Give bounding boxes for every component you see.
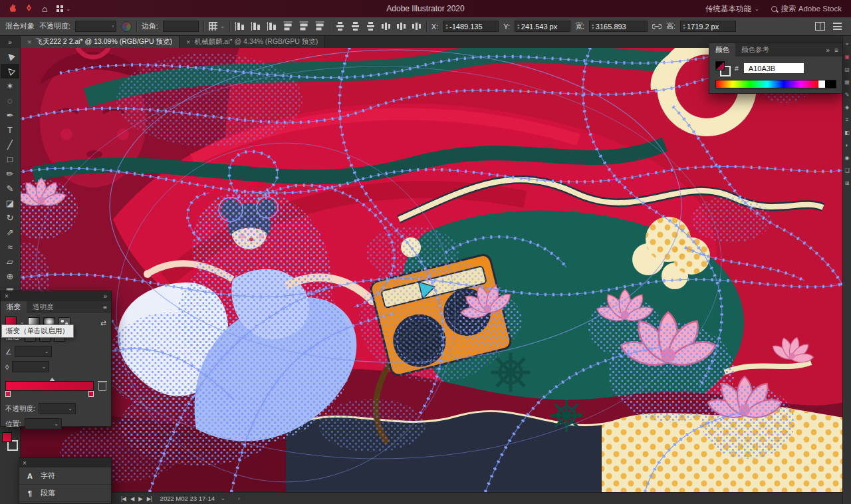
pencil-tool[interactable]: ✎	[1, 181, 19, 195]
gradient-midpoint-handle[interactable]	[50, 378, 55, 381]
transparency-tab[interactable]: 透明度	[27, 301, 60, 313]
aspect-ratio-field[interactable]: ⌄	[12, 361, 49, 372]
paintbrush-tool[interactable]: ✏	[1, 166, 19, 181]
stock-search[interactable]: 搜索 Adobe Stock	[771, 4, 842, 14]
toolbar-collapse-icon[interactable]: »	[0, 36, 21, 48]
arrange-documents-icon[interactable]	[815, 22, 825, 31]
white-swatch[interactable]	[818, 80, 825, 88]
gradient-stop-left[interactable]	[5, 391, 11, 397]
color-tab[interactable]: 颜色	[709, 43, 735, 57]
color-guide-panel-icon[interactable]: ▤	[844, 66, 850, 72]
symbols-panel-icon[interactable]: ◈	[844, 104, 850, 110]
status-chevron-icon[interactable]: ⌄	[221, 495, 225, 501]
stop-position-field[interactable]: ⌄	[25, 418, 62, 430]
pen-tool[interactable]: ✒	[1, 108, 19, 122]
fill-stroke-indicator[interactable]	[715, 61, 729, 75]
magic-wand-tool[interactable]: ✶	[1, 78, 19, 93]
align-h-center-icon[interactable]	[251, 22, 261, 31]
gradient-slider[interactable]	[5, 381, 94, 391]
align-top-icon[interactable]	[283, 21, 292, 32]
lasso-tool[interactable]: ◌	[1, 93, 19, 108]
align-right-icon[interactable]	[267, 22, 277, 31]
distribute-right-icon[interactable]	[412, 22, 422, 31]
y-field[interactable]: ▴▾241.543 px	[515, 21, 570, 32]
collapse-panels-icon[interactable]: «	[844, 41, 850, 47]
stepper-icon[interactable]: ▴▾	[683, 23, 685, 30]
status-text[interactable]: 2022 M02 23 17-14	[160, 495, 215, 502]
gradient-angle-field[interactable]: ⌄	[15, 346, 52, 357]
direct-selection-tool[interactable]: ▷	[1, 64, 19, 78]
tab-feitian[interactable]: × 飞天222 2 2.ai* @ 13.09% (RGB/GPU 预览)	[21, 36, 180, 48]
stepper-icon[interactable]: ▴▾	[592, 23, 594, 30]
artboards-panel-icon[interactable]: ⊞	[844, 180, 850, 186]
fill-swatch[interactable]	[2, 432, 12, 442]
panel-menu-icon[interactable]: ≡	[834, 47, 838, 54]
apple-menu-icon[interactable]	[8, 3, 16, 15]
align-left-icon[interactable]	[235, 22, 245, 31]
gradient-panel-icon[interactable]: ◧	[844, 130, 850, 136]
stepper-icon[interactable]: ▴▾	[517, 23, 519, 30]
layers-panel-icon[interactable]: ❏	[844, 168, 850, 174]
gradient-stop-right[interactable]	[88, 391, 94, 397]
distribute-bottom-icon[interactable]	[366, 21, 375, 31]
spectrum-ramp[interactable]	[716, 80, 818, 88]
fill-proxy[interactable]	[715, 61, 725, 70]
black-swatch[interactable]	[825, 80, 836, 88]
panel-close-icon[interactable]: ×	[5, 293, 9, 300]
workspace-switcher[interactable]: 传统基本功能⌄	[705, 4, 759, 14]
gradient-tab[interactable]: 渐变	[1, 301, 27, 313]
shape-properties-dropdown[interactable]: ⌄	[209, 22, 225, 31]
workspace-grid-icon[interactable]: ⌄	[57, 5, 70, 12]
reverse-gradient-icon[interactable]: ⇄	[100, 318, 106, 326]
distribute-v-center-icon[interactable]	[351, 21, 360, 31]
artwork-canvas[interactable]	[20, 48, 843, 492]
brushes-panel-icon[interactable]: ✎	[844, 92, 850, 98]
rotate-tool[interactable]: ↻	[1, 210, 19, 225]
color-spectrum[interactable]	[715, 80, 836, 88]
align-bottom-icon[interactable]	[315, 21, 324, 32]
tab-close-icon[interactable]: ×	[27, 38, 31, 46]
appearance-panel-icon[interactable]: ◉	[844, 155, 850, 161]
next-artboard-icon[interactable]: ▶	[138, 495, 142, 502]
stroke-panel-icon[interactable]: ≡	[844, 117, 850, 123]
panel-close-icon[interactable]: ×	[23, 459, 27, 467]
rectangle-tool[interactable]: □	[1, 152, 19, 166]
type-tool[interactable]: T	[1, 122, 19, 137]
color-guide-tab[interactable]: 颜色参考	[735, 43, 775, 57]
panel-collapse-icon[interactable]: »	[826, 47, 830, 54]
height-field[interactable]: ▴▾1719.2 px	[680, 21, 736, 32]
align-v-center-icon[interactable]	[299, 21, 308, 32]
selection-tool[interactable]: ▶	[1, 49, 19, 64]
shape-builder-tool[interactable]: ⊕	[1, 269, 19, 283]
tab-jixieqilin[interactable]: × 机械麒麟.ai* @ 4.34% (RGB/GPU 预览)	[180, 36, 325, 48]
transparency-panel-icon[interactable]: ◐	[844, 142, 850, 148]
width-field[interactable]: ▴▾3165.893	[589, 21, 648, 32]
stop-opacity-field[interactable]: ⌄	[39, 403, 76, 414]
home-icon[interactable]: ⌂	[42, 3, 47, 14]
corner-field[interactable]	[163, 21, 199, 32]
last-artboard-icon[interactable]: ▶|	[147, 495, 152, 502]
stepper-icon[interactable]: ▴▾	[445, 23, 447, 30]
panel-collapse-icon[interactable]: »	[103, 293, 107, 300]
tab-close-icon[interactable]: ×	[186, 38, 190, 46]
opacity-field[interactable]: ›	[75, 21, 116, 32]
eraser-tool[interactable]: ◪	[1, 195, 19, 210]
scale-tool[interactable]: ⇗	[1, 225, 19, 239]
distribute-h-center-icon[interactable]	[396, 22, 406, 31]
link-dimensions-icon[interactable]	[652, 23, 662, 31]
app-pen-icon[interactable]	[25, 3, 33, 14]
x-field[interactable]: ▴▾-1489.135	[443, 21, 499, 32]
swatches-panel-icon[interactable]: ▦	[844, 79, 850, 85]
fill-stroke-widget[interactable]	[2, 432, 18, 455]
color-panel-icon[interactable]: ▣	[844, 54, 850, 60]
recolor-artwork-icon[interactable]	[121, 21, 132, 32]
paragraph-row[interactable]: ¶ 段落	[19, 485, 111, 502]
control-panel-menu-icon[interactable]	[833, 23, 842, 30]
distribute-top-icon[interactable]	[336, 21, 344, 31]
distribute-left-icon[interactable]	[381, 22, 391, 31]
delete-stop-icon[interactable]	[98, 383, 106, 391]
hex-value-field[interactable]: A10A3B	[744, 63, 804, 73]
canvas-area[interactable]	[20, 48, 843, 492]
prev-artboard-icon[interactable]: ◀	[130, 495, 134, 502]
character-row[interactable]: A 字符	[19, 467, 111, 485]
